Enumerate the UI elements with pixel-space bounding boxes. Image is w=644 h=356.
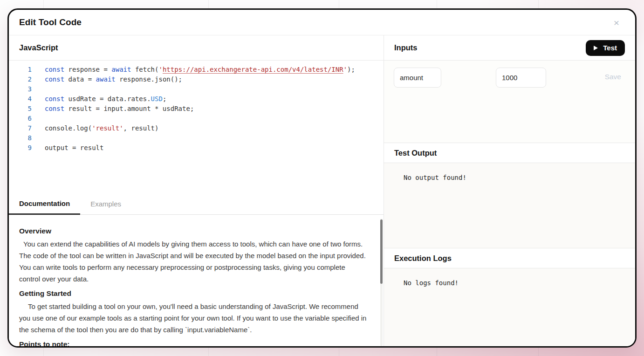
code-text: console.log('result', result) [45, 123, 158, 133]
code-text: output = result [45, 143, 103, 153]
modal-header: Edit Tool Code × [9, 10, 635, 35]
inputs-header: Inputs Test [384, 35, 635, 61]
test-button-label: Test [603, 44, 617, 52]
line-number: 9 [9, 143, 32, 153]
code-line: 6 [9, 114, 384, 123]
modal-body: JavaScript 1const response = await fetch… [9, 35, 635, 346]
doc-heading: Points to note: [19, 340, 368, 346]
code-line: 9output = result [9, 143, 384, 153]
test-button[interactable]: Test [586, 40, 625, 56]
line-number: 6 [9, 114, 32, 123]
input-name-field[interactable] [394, 68, 441, 88]
code-editor[interactable]: 1const response = await fetch('https://a… [9, 61, 384, 193]
close-icon[interactable]: × [614, 18, 619, 27]
code-line: 3 [9, 84, 384, 94]
code-pane: JavaScript 1const response = await fetch… [9, 35, 384, 346]
doc-paragraph: You can extend the capabilities of AI mo… [19, 238, 368, 285]
doc-paragraph: To get started building a tool on your o… [19, 301, 368, 335]
line-number: 4 [9, 94, 32, 104]
line-number: 7 [9, 123, 32, 133]
play-icon [594, 46, 598, 50]
test-output-title: Test Output [394, 149, 437, 157]
inputs-form: Save [384, 61, 635, 143]
line-number: 5 [9, 104, 32, 114]
save-button[interactable]: Save [605, 73, 621, 143]
line-number: 1 [9, 65, 32, 75]
code-line: 4const usdRate = data.rates.USD; [9, 94, 384, 104]
test-output-empty-message: No output found! [404, 174, 466, 181]
inputs-title: Inputs [394, 43, 418, 52]
editor-header: JavaScript [9, 35, 384, 61]
test-output-header: Test Output [384, 143, 635, 163]
tab-documentation[interactable]: Documentation [9, 193, 80, 215]
execution-logs-header: Execution Logs [384, 248, 635, 268]
code-text: const data = await response.json(); [45, 75, 182, 84]
doc-scrollbar-thumb[interactable] [380, 219, 383, 284]
code-line: 7console.log('result', result) [9, 123, 384, 133]
test-pane: Inputs Test Save Test Output No output f… [384, 35, 635, 346]
doc-scrollbar-track[interactable] [380, 219, 383, 346]
code-line: 2const data = await response.json(); [9, 75, 384, 84]
doc-heading: Getting Started [19, 289, 368, 298]
editor-language-label: JavaScript [19, 43, 58, 52]
code-line: 5const result = input.amount * usdRate; [9, 104, 384, 114]
code-line: 1const response = await fetch('https://a… [9, 65, 384, 75]
line-number: 8 [9, 133, 32, 143]
line-number: 3 [9, 84, 32, 94]
line-number: 2 [9, 75, 32, 84]
doc-heading: Overview [19, 227, 368, 235]
execution-logs-empty-message: No logs found! [404, 279, 459, 287]
documentation-sections: OverviewYou can extend the capabilities … [19, 227, 368, 346]
code-line: 8 [9, 133, 384, 143]
doc-tab-bar: Documentation Examples [9, 193, 384, 215]
modal-title: Edit Tool Code [19, 17, 82, 27]
test-output-content: No output found! [384, 163, 635, 248]
execution-logs-title: Execution Logs [394, 254, 452, 263]
code-text: const response = await fetch('https://ap… [45, 65, 355, 75]
code-text: const usdRate = data.rates.USD; [45, 94, 166, 104]
execution-logs-content: No logs found! [384, 268, 635, 346]
input-value-field[interactable] [496, 68, 546, 88]
tab-examples[interactable]: Examples [80, 193, 131, 214]
edit-tool-code-modal: Edit Tool Code × JavaScript 1const respo… [7, 8, 637, 348]
code-text: const result = input.amount * usdRate; [45, 104, 194, 114]
documentation-panel: OverviewYou can extend the capabilities … [9, 215, 384, 346]
